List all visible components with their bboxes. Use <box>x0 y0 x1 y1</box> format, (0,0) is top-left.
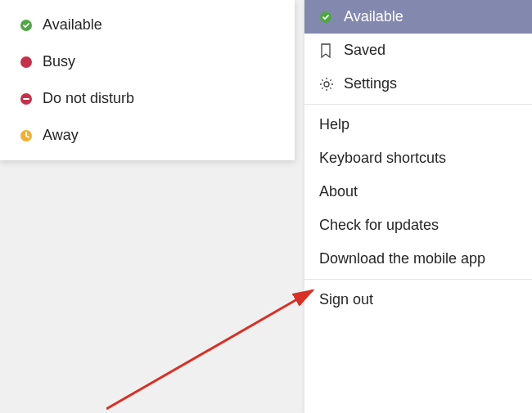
download-app-item[interactable]: Download the mobile app <box>304 242 532 276</box>
svg-point-1 <box>324 82 329 87</box>
check-updates-item[interactable]: Check for updates <box>304 209 532 242</box>
menu-label: Available <box>344 8 404 25</box>
status-label: Away <box>43 127 79 144</box>
menu-label: Help <box>319 116 349 133</box>
svg-rect-5 <box>23 98 29 100</box>
svg-line-8 <box>106 290 313 409</box>
check-circle-icon <box>319 11 344 24</box>
status-label: Busy <box>43 53 75 70</box>
saved-item[interactable]: Saved <box>304 34 532 67</box>
gear-icon <box>319 77 344 92</box>
check-circle-icon <box>20 19 43 32</box>
status-available-item[interactable]: Available <box>304 0 532 34</box>
status-available[interactable]: Available <box>0 7 295 43</box>
menu-label: About <box>319 183 358 200</box>
menu-divider <box>304 104 532 105</box>
annotation-arrow-icon <box>106 282 336 413</box>
main-menu-panel: Available Saved Settings Help Keyboard s… <box>304 0 532 413</box>
menu-label: Keyboard shortcuts <box>319 150 446 167</box>
status-selector-panel: Available Busy Do not disturb Away <box>0 0 295 160</box>
menu-label: Settings <box>344 75 397 92</box>
dnd-circle-icon <box>20 92 43 105</box>
menu-label: Saved <box>344 42 385 59</box>
keyboard-shortcuts-item[interactable]: Keyboard shortcuts <box>304 141 532 175</box>
status-label: Available <box>43 16 102 34</box>
status-dnd[interactable]: Do not disturb <box>0 80 295 117</box>
menu-divider <box>304 279 532 280</box>
settings-item[interactable]: Settings <box>304 67 532 101</box>
about-item[interactable]: About <box>304 175 532 209</box>
svg-point-3 <box>20 56 32 68</box>
help-item[interactable]: Help <box>304 108 532 141</box>
bookmark-icon <box>319 43 344 58</box>
away-clock-icon <box>20 129 43 142</box>
menu-label: Download the mobile app <box>319 250 485 267</box>
busy-circle-icon <box>20 56 43 69</box>
sign-out-item[interactable]: Sign out <box>304 283 532 316</box>
menu-label: Check for updates <box>319 217 439 234</box>
status-away[interactable]: Away <box>0 117 295 154</box>
menu-label: Sign out <box>319 291 373 308</box>
status-label: Do not disturb <box>43 90 134 107</box>
status-busy[interactable]: Busy <box>0 43 295 80</box>
